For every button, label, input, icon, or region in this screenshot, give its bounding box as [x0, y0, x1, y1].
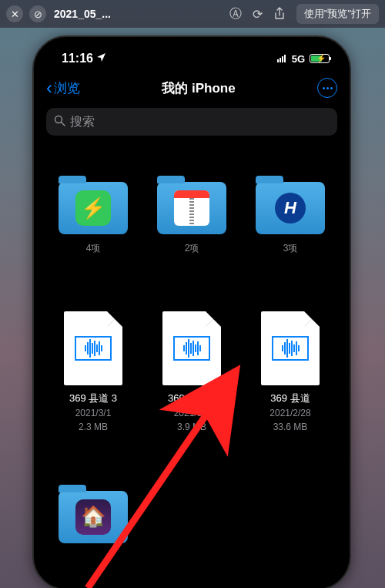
open-with-button[interactable]: 使用"预览"打开 — [296, 4, 379, 24]
network-label: 5G — [292, 53, 305, 65]
battery-icon: ⚡ — [310, 54, 330, 63]
search-bar[interactable] — [46, 108, 337, 136]
folder-icon: ⚡ — [59, 182, 128, 234]
files-grid: ⚡ 4项 2项 H 3项 369 县道 3 2021/3/1 2.3 MB 36… — [34, 142, 350, 551]
svg-point-0 — [55, 116, 62, 123]
audio-file-icon — [162, 311, 221, 385]
lightning-icon: ⚡ — [75, 190, 111, 226]
rotate-icon[interactable]: ⟳ — [253, 7, 263, 22]
folder-item[interactable]: H 3项 — [246, 182, 334, 254]
zip-icon — [174, 190, 209, 226]
folder-icon: H — [256, 182, 325, 234]
close-icon[interactable]: ✕ — [6, 5, 23, 22]
markup-icon[interactable]: Ⓐ — [229, 6, 242, 22]
folder-item[interactable]: 🏠 — [49, 491, 137, 543]
svg-line-1 — [62, 123, 65, 126]
item-sub: 2项 — [185, 242, 199, 254]
mac-quicklook-toolbar: ✕ ⊘ 2021_05_... Ⓐ ⟳ 使用"预览"打开 — [0, 0, 385, 28]
file-item[interactable]: 369 县道 3 2021/3/1 2.3 MB — [49, 311, 137, 433]
item-size: 3.9 MB — [177, 421, 206, 433]
item-name: 369 县道 3 — [69, 391, 117, 405]
folder-item[interactable]: 2项 — [148, 182, 236, 254]
signal-icon — [277, 55, 286, 62]
folder-item[interactable]: ⚡ 4项 — [49, 182, 137, 254]
app-icon: H — [273, 190, 308, 226]
audio-file-icon — [64, 311, 122, 385]
item-name: 369 县道 2 — [168, 391, 216, 405]
status-bar: 11:16 5G ⚡ — [34, 37, 350, 71]
item-date: 2021/3/1 — [75, 407, 112, 419]
item-sub: 4项 — [86, 242, 101, 254]
item-date: 2021/2/28 — [270, 407, 310, 419]
iphone-frame: 11:16 5G ⚡ ‹ 浏览 我的 iPhone ⚡ 4项 — [32, 35, 351, 588]
more-button[interactable] — [317, 78, 337, 98]
chevron-left-icon: ‹ — [46, 79, 52, 97]
file-item[interactable]: 369 县道 2021/2/28 33.6 MB — [246, 311, 334, 433]
item-date: 2021/3/1 — [174, 407, 210, 419]
file-item[interactable]: 369 县道 2 2021/3/1 3.9 MB — [148, 311, 236, 433]
block-icon[interactable]: ⊘ — [29, 5, 46, 22]
audio-file-icon — [261, 311, 320, 385]
window-title: 2021_05_... — [54, 8, 111, 20]
page-title: 我的 iPhone — [162, 79, 235, 97]
back-label: 浏览 — [54, 79, 80, 97]
item-size: 33.6 MB — [273, 421, 308, 433]
item-name: 369 县道 — [270, 391, 310, 405]
nav-bar: ‹ 浏览 我的 iPhone — [34, 71, 350, 105]
search-icon — [54, 115, 65, 129]
folder-icon: 🏠 — [59, 491, 128, 543]
home-icon: 🏠 — [75, 499, 111, 535]
search-input[interactable] — [70, 115, 330, 129]
back-button[interactable]: ‹ 浏览 — [46, 79, 80, 97]
item-sub: 3项 — [283, 242, 298, 254]
share-icon[interactable] — [273, 7, 286, 21]
item-size: 2.3 MB — [79, 421, 108, 433]
folder-icon — [157, 182, 226, 234]
location-icon — [96, 52, 106, 66]
status-time: 11:16 — [62, 52, 93, 66]
ellipsis-icon — [323, 87, 333, 89]
